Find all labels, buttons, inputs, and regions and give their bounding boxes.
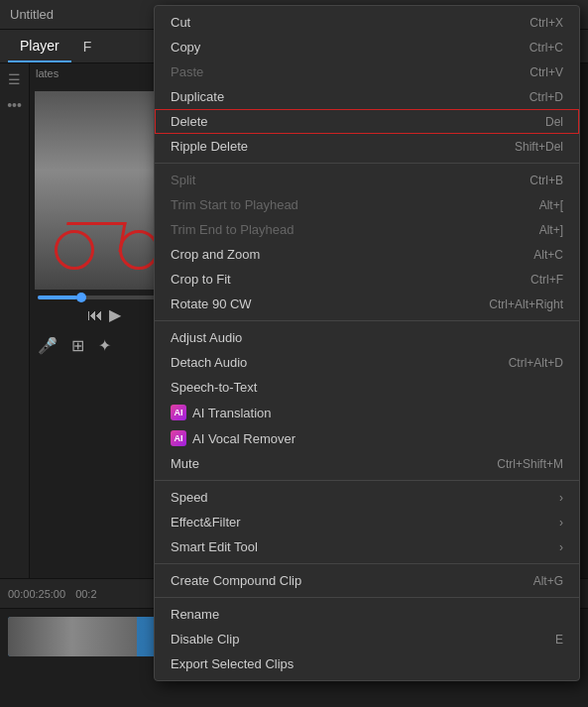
menu-item-cut[interactable]: CutCtrl+X [155, 10, 579, 35]
menu-item-ai-vocal[interactable]: AIAI Vocal Remover [155, 425, 579, 451]
menu-shortcut-mute: Ctrl+Shift+M [497, 457, 563, 471]
ai-badge-ai-vocal: AI [171, 430, 186, 446]
menu-separator-compound [155, 597, 579, 598]
menu-separator-mute [155, 480, 579, 481]
progress-fill [38, 295, 77, 299]
progress-thumb [76, 293, 86, 302]
player-preview [35, 91, 174, 290]
bike-wheel-front [119, 230, 159, 270]
menu-shortcut-delete: Del [545, 115, 563, 129]
menu-shortcut-detach-audio: Ctrl+Alt+D [509, 356, 563, 370]
menu-item-mute[interactable]: MuteCtrl+Shift+M [155, 451, 579, 476]
menu-label-delete: Delete [171, 114, 208, 129]
menu-item-split: SplitCtrl+B [155, 168, 579, 192]
rewind-button[interactable]: ⏮ [87, 306, 103, 324]
menu-item-trim-start: Trim Start to PlayheadAlt+[ [155, 192, 579, 217]
menu-label-duplicate: Duplicate [171, 89, 224, 104]
menu-shortcut-compound: Alt+G [533, 574, 563, 588]
menu-item-adjust-audio[interactable]: Adjust Audio [155, 325, 579, 350]
menu-label-trim-end: Trim End to Playhead [171, 222, 294, 237]
menu-item-disable-clip[interactable]: Disable ClipE [155, 627, 579, 651]
panel-dots-icon[interactable]: ••• [7, 97, 22, 113]
panel-list-icon[interactable]: ☰ [8, 71, 21, 87]
menu-label-speech-to-text: Speech-to-Text [171, 380, 257, 395]
menu-item-crop-zoom[interactable]: Crop and ZoomAlt+C [155, 242, 579, 267]
menu-shortcut-ripple-delete: Shift+Del [515, 140, 563, 154]
menu-label-adjust-audio: Adjust Audio [171, 330, 242, 345]
play-button[interactable]: ▶ [109, 305, 121, 324]
menu-ai-wrapper-ai-translation: AIAI Translation [171, 405, 272, 420]
ai-badge-ai-translation: AI [171, 405, 186, 420]
menu-item-compound[interactable]: Create Compound ClipAlt+G [155, 568, 579, 593]
menu-label-ai-vocal: AIAI Vocal Remover [171, 430, 295, 446]
menu-arrow-smart-edit: › [559, 540, 563, 554]
menu-arrow-speed: › [559, 491, 563, 505]
menu-item-effect-filter[interactable]: Effect&Filter› [155, 510, 579, 534]
left-panel-icons: ☰ ••• [0, 63, 30, 578]
timestamp-label: 00:00:25:00 [8, 588, 65, 600]
menu-label-smart-edit: Smart Edit Tool [171, 539, 258, 554]
menu-label-disable-clip: Disable Clip [171, 632, 239, 647]
menu-shortcut-cut: Ctrl+X [529, 16, 563, 30]
context-menu: CutCtrl+XCopyCtrl+CPasteCtrl+VDuplicateC… [154, 5, 580, 681]
menu-label-detach-audio: Detach Audio [171, 355, 247, 370]
menu-shortcut-copy: Ctrl+C [529, 41, 563, 55]
magic-icon[interactable]: ✦ [98, 336, 111, 355]
menu-shortcut-duplicate: Ctrl+D [529, 90, 563, 104]
menu-item-rotate[interactable]: Rotate 90 CWCtrl+Alt+Right [155, 292, 579, 316]
menu-separator-ripple-delete [155, 163, 579, 164]
menu-item-trim-end: Trim End to PlayheadAlt+] [155, 217, 579, 242]
menu-arrow-effect-filter: › [559, 516, 563, 530]
tab-player[interactable]: Player [8, 30, 71, 62]
menu-shortcut-rotate: Ctrl+Alt+Right [489, 297, 563, 311]
menu-item-paste: PasteCtrl+V [155, 59, 579, 84]
bike-frame [61, 222, 126, 252]
timestamp2-label: 00:2 [75, 588, 96, 600]
menu-separator-rotate [155, 320, 579, 321]
menu-shortcut-trim-end: Alt+] [539, 223, 563, 237]
mic-icon[interactable]: 🎤 [38, 336, 58, 355]
menu-item-delete[interactable]: DeleteDel [155, 109, 579, 134]
menu-label-effect-filter: Effect&Filter [171, 515, 241, 530]
menu-shortcut-trim-start: Alt+[ [539, 198, 563, 212]
menu-shortcut-paste: Ctrl+V [529, 65, 563, 79]
menu-shortcut-crop-fit: Ctrl+F [530, 273, 563, 287]
menu-item-speed[interactable]: Speed› [155, 485, 579, 510]
menu-item-rename[interactable]: Rename [155, 602, 579, 627]
menu-label-ripple-delete: Ripple Delete [171, 139, 248, 154]
bike-image [35, 91, 174, 290]
tab-second[interactable]: F [71, 30, 104, 62]
menu-label-trim-start: Trim Start to Playhead [171, 197, 298, 212]
menu-ai-wrapper-ai-vocal: AIAI Vocal Remover [171, 430, 295, 446]
menu-item-duplicate[interactable]: DuplicateCtrl+D [155, 84, 579, 109]
app-title: Untitled [10, 7, 54, 22]
menu-item-detach-audio[interactable]: Detach AudioCtrl+Alt+D [155, 350, 579, 375]
menu-label-crop-zoom: Crop and Zoom [171, 247, 260, 262]
clip-thumbnail [8, 617, 137, 656]
menu-item-export[interactable]: Export Selected Clips [155, 651, 579, 676]
menu-label-split: Split [171, 173, 195, 187]
menu-shortcut-disable-clip: E [555, 633, 563, 647]
menu-label-rename: Rename [171, 607, 219, 622]
progress-track[interactable] [38, 295, 171, 299]
menu-shortcut-split: Ctrl+B [529, 174, 563, 187]
menu-shortcut-crop-zoom: Alt+C [533, 248, 563, 262]
timeline-icon[interactable]: ⊞ [71, 336, 84, 355]
menu-label-ai-translation: AIAI Translation [171, 405, 272, 420]
menu-separator-smart-edit [155, 563, 579, 564]
menu-item-smart-edit[interactable]: Smart Edit Tool› [155, 534, 579, 559]
menu-item-ai-translation[interactable]: AIAI Translation [155, 400, 579, 425]
menu-label-compound: Create Compound Clip [171, 573, 301, 588]
menu-label-crop-fit: Crop to Fit [171, 272, 231, 287]
menu-item-ripple-delete[interactable]: Ripple DeleteShift+Del [155, 134, 579, 159]
menu-label-speed: Speed [171, 490, 208, 505]
menu-label-paste: Paste [171, 64, 203, 79]
menu-item-crop-fit[interactable]: Crop to FitCtrl+F [155, 267, 579, 292]
menu-label-export: Export Selected Clips [171, 656, 294, 671]
menu-label-rotate: Rotate 90 CW [171, 296, 252, 311]
menu-item-copy[interactable]: CopyCtrl+C [155, 35, 579, 59]
menu-item-speech-to-text[interactable]: Speech-to-Text [155, 375, 579, 400]
menu-label-copy: Copy [171, 40, 200, 55]
menu-label-cut: Cut [171, 15, 190, 30]
menu-label-mute: Mute [171, 456, 199, 471]
